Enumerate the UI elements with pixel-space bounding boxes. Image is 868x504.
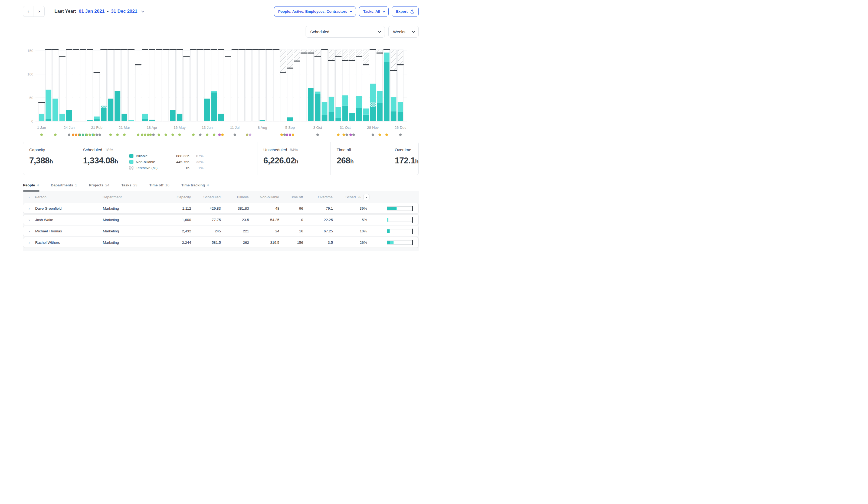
milestone-dot[interactable] — [213, 133, 215, 136]
milestone-dot[interactable] — [116, 133, 118, 136]
chart-bar-week-28[interactable] — [225, 56, 231, 121]
milestone-dot[interactable] — [95, 133, 98, 136]
table-row-josh-wake[interactable]: ›Josh WakeMarketing1,60077.7523.554.2502… — [23, 214, 419, 225]
chart-bar-week-44[interactable] — [335, 50, 342, 121]
table-row-michael-thomas[interactable]: ›Michael ThomasMarketing2,43224522124166… — [23, 225, 419, 237]
milestone-dot[interactable] — [283, 133, 286, 136]
milestone-dot[interactable] — [152, 133, 155, 136]
tab-people[interactable]: People4 — [23, 183, 39, 187]
tab-departments[interactable]: Departments1 — [51, 183, 77, 187]
chart-bar-week-45[interactable]: 31 Oct — [340, 50, 351, 129]
milestone-dot[interactable] — [221, 133, 224, 136]
milestone-dot[interactable] — [234, 133, 236, 136]
sched-pct-dropdown-button[interactable] — [363, 194, 370, 200]
expand-row-chevron-icon[interactable]: › — [23, 206, 35, 211]
chart-bar-week-32[interactable] — [252, 49, 259, 121]
expand-row-chevron-icon[interactable]: › — [23, 240, 35, 245]
chevron-down-icon[interactable] — [141, 10, 144, 12]
table-row-rachel-withers[interactable]: ›Rachel WithersMarketing2,244581.5262319… — [23, 237, 419, 248]
chart-bar-week-20[interactable] — [169, 49, 176, 121]
col-header-capacity[interactable]: Capacity — [154, 195, 192, 199]
milestone-dot[interactable] — [123, 133, 126, 136]
chart-bar-week-24[interactable] — [197, 49, 204, 121]
milestone-dot[interactable] — [317, 133, 319, 136]
milestone-dot[interactable] — [399, 133, 402, 136]
milestone-dot[interactable] — [289, 133, 291, 136]
milestone-dot[interactable] — [85, 133, 88, 136]
chart-bar-week-31[interactable] — [246, 49, 252, 121]
milestone-dot[interactable] — [75, 133, 77, 136]
milestone-dot[interactable] — [171, 133, 174, 136]
milestone-dot[interactable] — [147, 133, 149, 136]
tab-tasks[interactable]: Tasks23 — [121, 183, 137, 187]
milestone-dot[interactable] — [72, 133, 74, 136]
chart-bar-week-19[interactable] — [163, 49, 169, 121]
milestone-dot[interactable] — [99, 133, 101, 136]
expand-row-chevron-icon[interactable]: › — [23, 218, 35, 222]
chart-bar-week-5[interactable]: 24 Jan — [64, 49, 75, 129]
chart-bar-week-35[interactable] — [273, 49, 280, 121]
chart-bar-week-2[interactable] — [45, 49, 52, 121]
chart-bar-week-10[interactable] — [101, 49, 107, 121]
milestone-dot[interactable] — [349, 133, 352, 136]
prev-period-button[interactable]: ‹ — [23, 6, 34, 17]
chart-bar-week-48[interactable] — [363, 50, 369, 121]
col-header-department[interactable]: Department — [103, 195, 154, 199]
milestone-dot[interactable] — [178, 133, 181, 136]
milestone-dot[interactable] — [149, 133, 152, 136]
milestone-dot[interactable] — [68, 133, 70, 136]
col-header-sched-pct[interactable]: Sched. % — [334, 194, 370, 200]
table-row-dave-greenfield[interactable]: ›Dave GreenfieldMarketing1,112429.83381.… — [23, 203, 419, 214]
milestone-dot[interactable] — [280, 133, 283, 136]
period-start-date[interactable]: 01 Jan 2021 — [79, 9, 104, 14]
chart-bar-week-7[interactable] — [80, 49, 86, 121]
expand-row-chevron-icon[interactable]: › — [23, 229, 35, 233]
chart-bar-week-23[interactable] — [190, 49, 197, 121]
chart-bar-week-42[interactable] — [321, 49, 328, 121]
expand-all-chevron-icon[interactable]: › — [23, 195, 35, 199]
chart-bar-week-17[interactable]: 18 Apr — [147, 49, 157, 129]
person-name[interactable]: Dave Greenfield — [35, 207, 103, 210]
milestone-dot[interactable] — [82, 133, 84, 136]
chart-bar-week-4[interactable] — [59, 56, 65, 121]
chart-bar-week-25[interactable]: 13 Jun — [202, 49, 213, 129]
chart-bar-week-39[interactable] — [301, 50, 307, 121]
chart-bar-week-43[interactable] — [328, 50, 335, 121]
milestone-dot[interactable] — [157, 133, 160, 136]
milestone-dot[interactable] — [192, 133, 195, 136]
chart-bar-week-26[interactable] — [211, 49, 217, 121]
chart-bar-week-38[interactable] — [294, 50, 300, 121]
tab-projects[interactable]: Projects24 — [89, 183, 109, 187]
milestone-dot[interactable] — [345, 133, 348, 136]
people-filter-button[interactable]: People: Active, Employees, Contractors — [274, 6, 356, 17]
milestone-dot[interactable] — [40, 133, 43, 136]
chart-bar-week-47[interactable] — [356, 50, 362, 121]
export-button[interactable]: Export — [392, 6, 419, 17]
milestone-dot[interactable] — [286, 133, 288, 136]
milestone-dot[interactable] — [246, 133, 248, 136]
chart-bar-week-12[interactable] — [114, 49, 121, 121]
metric-select[interactable]: Scheduled — [306, 26, 385, 38]
milestone-dot[interactable] — [206, 133, 208, 136]
period-end-date[interactable]: 31 Dec 2021 — [111, 9, 137, 14]
chart-bar-week-52[interactable] — [390, 50, 397, 121]
chart-bar-week-8[interactable] — [86, 49, 93, 121]
milestone-dot[interactable] — [379, 133, 381, 136]
chart-bar-week-33[interactable]: 8 Aug — [258, 49, 267, 129]
milestone-dot[interactable] — [342, 133, 345, 136]
milestone-dot[interactable] — [337, 133, 339, 136]
chart-bar-week-36[interactable] — [280, 50, 286, 121]
milestone-dot[interactable] — [54, 133, 56, 136]
chart-bar-week-50[interactable] — [376, 50, 383, 121]
milestone-dot[interactable] — [165, 133, 167, 136]
col-header-overtime[interactable]: Overtime — [304, 195, 334, 199]
milestone-dot[interactable] — [109, 133, 112, 136]
chart-bar-week-16[interactable] — [142, 49, 148, 121]
person-name[interactable]: Michael Thomas — [35, 229, 103, 233]
milestone-dot[interactable] — [218, 133, 220, 136]
milestone-dot[interactable] — [137, 133, 140, 136]
milestone-dot[interactable] — [79, 133, 81, 136]
milestone-dot[interactable] — [385, 133, 388, 136]
col-header-nonbillable[interactable]: Non-billable — [250, 195, 280, 199]
chart-bar-week-3[interactable] — [52, 49, 59, 121]
